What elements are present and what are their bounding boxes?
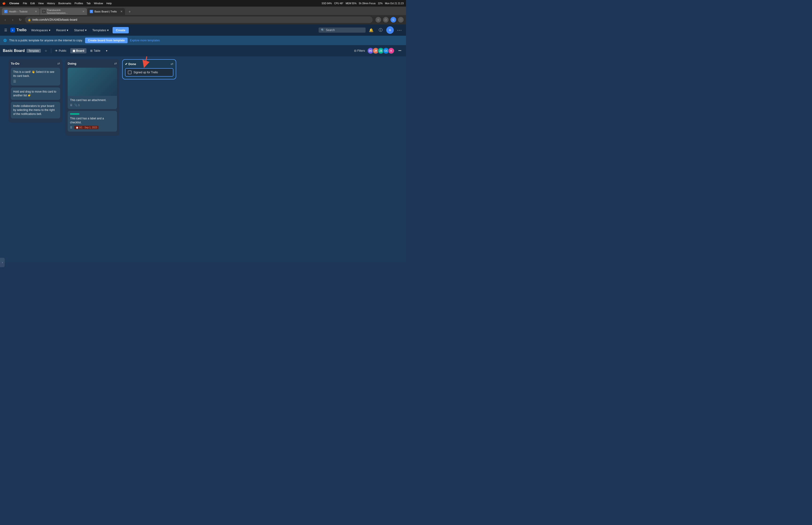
address-bar[interactable]: 🔒 trello.com/b/VZKA04Eb/basic-board: [25, 16, 373, 23]
back-button[interactable]: ‹: [2, 17, 8, 22]
visibility-label: Public: [59, 49, 66, 52]
card-doing-2-due: ⏰ 0/1 · Sep 1, 2023: [74, 126, 98, 129]
view-menu[interactable]: View: [38, 2, 44, 5]
card-done-1-text: Signed up for Trello: [134, 71, 158, 74]
datetime-status: Mon Oct 21 21:23: [385, 2, 404, 5]
board-content: › To-Do ⇄ This is a card! 👋 Select it to…: [0, 56, 406, 262]
board-title: Basic Board: [3, 49, 25, 53]
board-view-btn[interactable]: ▦ Board: [70, 48, 87, 53]
star-button[interactable]: ☆: [43, 48, 49, 53]
nav-starred[interactable]: Starred ▾: [72, 28, 89, 33]
workspaces-label: Workspaces: [31, 28, 48, 32]
card-todo-2[interactable]: Hold and drag to move this card to anoth…: [11, 87, 60, 100]
list-todo: To-Do ⇄ This is a card! 👋 Select it to s…: [9, 59, 62, 123]
filter-icon: ⊟: [354, 49, 356, 52]
starred-label: Starred: [74, 28, 84, 32]
mem-status: MEM 55%: [346, 2, 356, 5]
card-doing-2[interactable]: This card has a label and a checklist. ☰…: [68, 111, 117, 132]
forward-button[interactable]: ›: [10, 17, 16, 22]
user-avatar[interactable]: G: [386, 26, 394, 34]
apple-icon[interactable]: 🍎: [2, 2, 6, 5]
bookmarks-menu[interactable]: Bookmarks: [58, 2, 71, 5]
card-doing-1-text: This card has an attachment.: [70, 99, 106, 102]
template-badge: Template: [27, 49, 41, 52]
notifications-btn[interactable]: 🔔: [367, 26, 375, 34]
card-done-1[interactable]: Signed up for Trello: [125, 68, 173, 77]
list-doing-menu[interactable]: ⇄: [114, 62, 117, 65]
filters-label: Filters: [357, 49, 365, 52]
address-bar-row: ‹ › ↻ 🔒 trello.com/b/VZKA04Eb/basic-boar…: [0, 15, 406, 25]
banner-text: This is a public template for anyone on …: [9, 39, 83, 42]
explore-templates-link[interactable]: Explore more templates: [130, 39, 160, 42]
tab-translucent[interactable]: ⬡ Translucent-Session/session... ✕: [40, 8, 87, 15]
board-avatar-5[interactable]: K: [388, 47, 395, 54]
focus-status: 5h 39min Focus: [359, 2, 376, 5]
card-doing-2-label: [70, 113, 79, 115]
table-view-btn[interactable]: ⊞ Table: [88, 48, 102, 53]
recent-label: Recent: [56, 28, 66, 32]
banner-info-icon: 🌐: [3, 39, 7, 42]
list-todo-menu[interactable]: ⇄: [57, 62, 60, 65]
trello-nav: ☰ ≡ Trello Workspaces ▾ Recent ▾ Starred…: [0, 25, 406, 36]
tab-favicon-health: ✓: [4, 10, 7, 13]
board-view-icon: ▦: [73, 49, 75, 52]
board-more-btn[interactable]: •••: [396, 48, 403, 53]
due-text: 0/1 ·: [79, 126, 83, 129]
list-todo-header: To-Do ⇄: [11, 62, 60, 65]
tab-trello[interactable]: T Basic Board | Trello ✕: [88, 8, 125, 15]
create-button[interactable]: Create: [112, 27, 128, 33]
view-more-btn[interactable]: ▾: [104, 48, 109, 53]
visibility-btn[interactable]: 👁 Public: [53, 48, 68, 53]
template-banner: 🌐 This is a public template for anyone o…: [0, 36, 406, 45]
tab-menu[interactable]: Tab: [87, 2, 91, 5]
starred-chevron: ▾: [85, 28, 87, 32]
tab-close-trello[interactable]: ✕: [120, 10, 123, 13]
view-more-icon: ▾: [106, 49, 107, 52]
new-tab-button[interactable]: +: [126, 9, 133, 15]
templates-chevron: ▾: [107, 28, 109, 32]
menu-btn[interactable]: ⋮: [398, 17, 404, 22]
filters-btn[interactable]: ⊟ Filters: [352, 48, 367, 53]
card-done-1-checkbox[interactable]: [128, 71, 132, 74]
help-menu[interactable]: Help: [106, 2, 112, 5]
list-doing-title: Doing: [68, 62, 76, 65]
search-box[interactable]: 🔍 Search: [319, 28, 366, 33]
ssd-status: SSD 84%: [322, 2, 332, 5]
extensions-btn[interactable]: ⬡: [383, 17, 388, 22]
table-view-icon: ⊞: [90, 49, 93, 52]
file-menu[interactable]: File: [23, 2, 27, 5]
card-todo-3[interactable]: Invite collaborators to your board by se…: [11, 102, 60, 118]
due-date: Sep 1, 2023: [85, 126, 97, 129]
nav-recent[interactable]: Recent ▾: [54, 28, 70, 33]
profiles-menu[interactable]: Profiles: [75, 2, 83, 5]
card-todo-1[interactable]: This is a card! 👋 Select it to see its c…: [11, 68, 60, 86]
tab-health[interactable]: ✓ Health – Todoist ✕: [2, 8, 40, 15]
search-icon: 🔍: [321, 28, 324, 32]
card-doing-1-desc: ☰: [70, 104, 72, 107]
refresh-button[interactable]: ↻: [17, 17, 23, 22]
list-done-menu[interactable]: ⇄: [171, 62, 173, 66]
card-doing-1[interactable]: This card has an attachment. ☰ 📎 1: [68, 68, 117, 109]
window-menu[interactable]: Window: [94, 2, 103, 5]
card-todo-2-text: Hold and drag to move this card to anoth…: [13, 90, 56, 97]
card-doing-1-meta: ☰ 📎 1: [70, 104, 114, 107]
list-done-title: ✔ Done: [125, 62, 136, 66]
edit-menu[interactable]: Edit: [30, 2, 35, 5]
more-btn[interactable]: ⋯: [396, 26, 403, 34]
create-board-from-template-btn[interactable]: Create board from template: [85, 38, 127, 43]
nav-workspaces[interactable]: Workspaces ▾: [29, 28, 52, 33]
board-avatars: DO JH ZS CC K: [369, 47, 395, 54]
trello-logo[interactable]: ≡ Trello: [10, 28, 27, 32]
sidebar-toggle-btn[interactable]: ☰: [3, 27, 9, 33]
nav-templates[interactable]: Templates ▾: [90, 28, 111, 33]
history-menu[interactable]: History: [47, 2, 55, 5]
bookmark-btn[interactable]: ☆: [376, 17, 381, 22]
card-doing-2-desc: ☰: [70, 126, 72, 129]
profile-btn[interactable]: G: [390, 17, 396, 22]
info-btn[interactable]: ⓘ: [377, 26, 384, 34]
board-header: Basic Board Template ☆ 👁 Public ▦ Board …: [0, 45, 406, 56]
tab-close-health[interactable]: ✕: [35, 10, 37, 13]
tab-close-translucent[interactable]: ✕: [82, 10, 85, 13]
templates-label: Templates: [92, 28, 106, 32]
sidebar-toggle[interactable]: ›: [0, 258, 5, 262]
